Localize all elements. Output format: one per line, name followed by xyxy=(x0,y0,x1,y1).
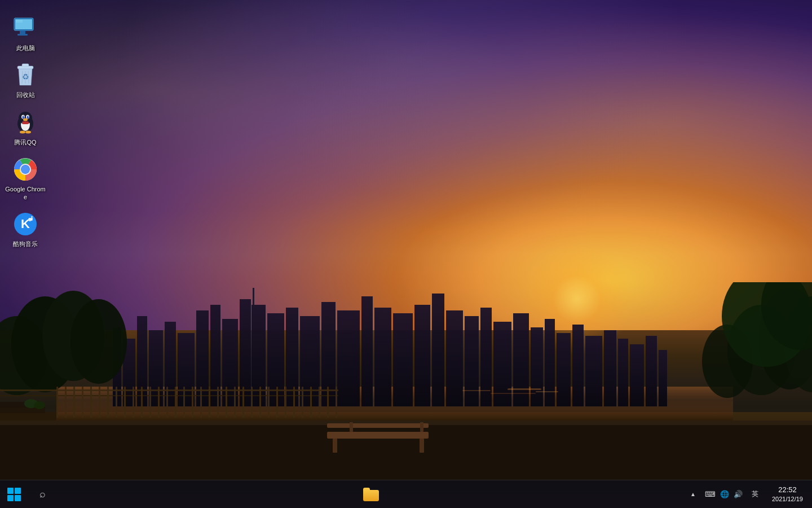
svg-rect-101 xyxy=(462,390,491,391)
file-explorer-icon xyxy=(363,488,379,501)
svg-point-122 xyxy=(23,118,28,121)
svg-rect-36 xyxy=(630,344,644,406)
taskbar-left: ⌕ xyxy=(0,480,56,508)
svg-rect-106 xyxy=(16,20,23,23)
desktop-icon-qq[interactable]: 腾讯QQ xyxy=(3,106,48,150)
desktop-icon-recycle-bin[interactable]: ♻ 回收站 xyxy=(3,58,48,102)
chrome-icon xyxy=(12,156,39,183)
svg-rect-53 xyxy=(73,387,75,418)
svg-rect-100 xyxy=(491,393,536,394)
speaker-icon[interactable]: 🔊 xyxy=(734,490,743,498)
svg-point-124 xyxy=(20,130,25,133)
language-indicator[interactable]: 英 xyxy=(747,489,763,499)
svg-point-131 xyxy=(21,165,29,173)
system-clock[interactable]: 22:52 2021/12/19 xyxy=(763,480,812,509)
svg-rect-6 xyxy=(165,322,176,406)
svg-rect-69 xyxy=(209,387,210,418)
svg-rect-71 xyxy=(226,387,227,418)
ime-icon[interactable]: ⌨ xyxy=(705,490,716,498)
svg-rect-5 xyxy=(149,330,163,406)
svg-rect-54 xyxy=(82,387,83,418)
desktop-icon-kugou[interactable]: K 酷狗音乐 xyxy=(3,207,48,251)
taskbar: ⌕ ▲ xyxy=(0,480,812,508)
svg-rect-78 xyxy=(285,387,286,418)
svg-rect-55 xyxy=(90,387,92,418)
svg-rect-98 xyxy=(508,388,541,390)
qq-label: 腾讯QQ xyxy=(14,138,36,146)
recycle-bin-icon: ♻ xyxy=(12,62,39,89)
svg-rect-10 xyxy=(222,319,238,406)
svg-rect-2 xyxy=(113,327,121,406)
svg-rect-90 xyxy=(420,422,423,432)
svg-rect-104 xyxy=(20,30,25,34)
network-icon[interactable]: 🌐 xyxy=(720,490,729,498)
svg-rect-57 xyxy=(107,387,109,418)
svg-rect-30 xyxy=(545,319,555,406)
my-computer-icon xyxy=(12,15,39,42)
svg-rect-35 xyxy=(618,339,628,406)
svg-rect-65 xyxy=(175,387,176,418)
windows-logo-icon xyxy=(7,488,21,501)
chrome-label: Google Chrome xyxy=(5,185,46,202)
svg-rect-99 xyxy=(536,391,558,392)
taskbar-right: ▲ ⌨ 🌐 🔊 英 22:52 2021/12/19 xyxy=(686,480,812,508)
svg-rect-62 xyxy=(149,387,151,418)
taskbar-center xyxy=(357,480,385,508)
svg-rect-77 xyxy=(276,387,278,418)
svg-rect-29 xyxy=(531,327,543,406)
svg-rect-61 xyxy=(141,387,143,418)
svg-rect-27 xyxy=(493,322,511,406)
clock-time: 22:52 xyxy=(778,485,797,495)
svg-rect-91 xyxy=(0,412,56,421)
svg-rect-66 xyxy=(183,387,185,418)
svg-rect-76 xyxy=(268,387,270,418)
svg-rect-123 xyxy=(22,121,29,124)
svg-rect-85 xyxy=(327,432,429,439)
tray-expand-button[interactable]: ▲ xyxy=(686,480,700,509)
svg-rect-0 xyxy=(0,412,812,480)
kugou-icon: K xyxy=(12,211,39,238)
desktop-icon-chrome[interactable]: Google Chrome xyxy=(3,152,48,205)
svg-point-94 xyxy=(24,399,38,408)
clock-date: 2021/12/19 xyxy=(772,495,803,503)
svg-rect-63 xyxy=(158,387,160,418)
system-tray: ▲ ⌨ 🌐 🔊 英 xyxy=(686,480,763,508)
svg-rect-105 xyxy=(17,34,28,36)
svg-rect-92 xyxy=(0,406,45,413)
svg-rect-82 xyxy=(319,387,320,418)
svg-rect-68 xyxy=(200,387,202,418)
desktop-icon-my-computer[interactable]: 此电脑 xyxy=(3,11,48,55)
svg-rect-81 xyxy=(310,387,312,418)
desktop: 此电脑 ♻ 回收站 xyxy=(0,0,812,508)
chevron-up-icon: ▲ xyxy=(690,491,696,497)
svg-rect-59 xyxy=(124,387,126,418)
svg-rect-50 xyxy=(0,395,338,396)
svg-rect-93 xyxy=(0,402,34,408)
svg-rect-34 xyxy=(604,330,616,406)
svg-rect-108 xyxy=(22,64,29,67)
svg-rect-49 xyxy=(0,389,338,391)
svg-rect-60 xyxy=(133,387,134,418)
svg-rect-136 xyxy=(29,218,33,220)
svg-rect-37 xyxy=(646,336,657,406)
start-button[interactable] xyxy=(0,480,28,509)
search-icon: ⌕ xyxy=(39,488,46,500)
svg-rect-67 xyxy=(192,387,193,418)
svg-rect-64 xyxy=(166,387,168,418)
desktop-icons-area: 此电脑 ♻ 回收站 xyxy=(0,6,51,257)
svg-rect-51 xyxy=(56,387,58,418)
recycle-bin-label: 回收站 xyxy=(16,91,35,99)
svg-text:♻: ♻ xyxy=(22,72,29,81)
search-button[interactable]: ⌕ xyxy=(28,480,56,509)
qq-icon xyxy=(12,109,39,136)
svg-rect-75 xyxy=(259,387,261,418)
svg-rect-32 xyxy=(572,325,584,406)
svg-rect-48 xyxy=(0,421,812,425)
svg-rect-58 xyxy=(116,387,117,418)
svg-point-121 xyxy=(28,116,29,117)
svg-rect-74 xyxy=(251,387,253,418)
svg-rect-52 xyxy=(65,387,67,418)
svg-rect-79 xyxy=(293,387,295,418)
taskbar-app-file-explorer[interactable] xyxy=(357,480,385,509)
svg-rect-89 xyxy=(350,422,353,432)
